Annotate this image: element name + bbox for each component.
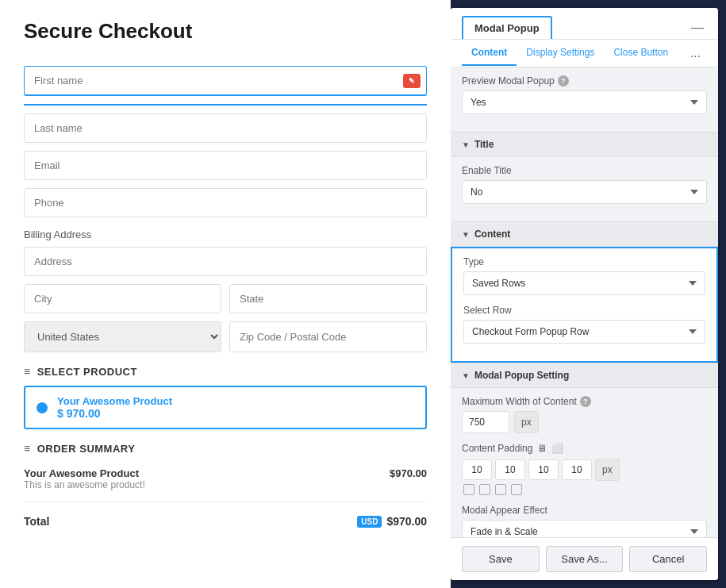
padding-row: px xyxy=(462,459,707,481)
device-icons: 🖥 ⬜ xyxy=(537,443,563,454)
preview-row: Preview Modal Popup ? Yes No xyxy=(462,75,707,114)
billing-label: Billing Address xyxy=(24,229,427,240)
panel-footer: Save Save As... Cancel xyxy=(451,537,718,580)
select-row-label: Select Row xyxy=(463,305,705,316)
state-input[interactable] xyxy=(229,284,427,313)
padding-px-label: px xyxy=(595,459,620,481)
content-padding-label: Content Padding 🖥 ⬜ xyxy=(462,443,707,454)
close-button[interactable]: × xyxy=(708,6,716,23)
content-section-collapsible[interactable]: ▼ Content xyxy=(451,221,718,247)
padding-right-input[interactable] xyxy=(495,459,525,480)
enable-title-row: Enable Title No Yes xyxy=(462,165,707,204)
email-input[interactable] xyxy=(24,151,427,180)
type-row: Type Saved Rows Text Widget xyxy=(463,256,705,295)
padding-left-input[interactable] xyxy=(562,459,592,480)
country-select[interactable]: United States xyxy=(24,321,221,352)
order-summary-row: Your Awesome Product This is an awesome … xyxy=(24,463,427,495)
panel-body: Preview Modal Popup ? Yes No ▼ Title Ena… xyxy=(451,67,718,537)
max-width-label: Maximum Width of Content ? xyxy=(462,396,707,407)
edit-icon: ✎ xyxy=(403,74,421,88)
left-panel: Secure Checkout ✎ Billing Address United… xyxy=(0,0,451,588)
tab-close-button[interactable]: Close Button xyxy=(604,40,678,66)
padding-top-input[interactable] xyxy=(462,459,492,480)
list-icon: ≡ xyxy=(24,365,31,378)
preview-label: Preview Modal Popup ? xyxy=(462,75,707,86)
save-as-button[interactable]: Save As... xyxy=(546,546,624,572)
total-label: Total xyxy=(24,515,49,528)
save-button[interactable]: Save xyxy=(462,546,540,572)
minimize-button[interactable]: — xyxy=(688,17,707,38)
order-product-price: $970.00 xyxy=(332,463,427,495)
panel-header: Modal Popup — xyxy=(451,8,718,40)
content-padding-row: Content Padding 🖥 ⬜ px xyxy=(462,443,707,495)
padding-bottom-input[interactable] xyxy=(528,459,559,480)
tablet-icon[interactable]: ⬜ xyxy=(551,443,563,454)
country-zip-row: United States xyxy=(24,321,427,352)
max-width-input[interactable] xyxy=(462,411,509,433)
product-item[interactable]: Your Awesome Product $ 970.00 xyxy=(24,386,427,429)
app-wrapper: × Secure Checkout ✎ Billing Address Unit… xyxy=(0,0,726,588)
first-name-input[interactable] xyxy=(24,66,427,96)
modal-appear-row: Modal Appear Effect Fade in & Scale Fade… xyxy=(462,505,707,537)
title-section-header[interactable]: ▼ Title xyxy=(451,132,718,157)
cancel-button[interactable]: Cancel xyxy=(629,546,707,572)
title-settings: Enable Title No Yes xyxy=(451,157,718,221)
width-input-row: px xyxy=(462,411,707,433)
desktop-icon[interactable]: 🖥 xyxy=(537,443,547,454)
product-info: Your Awesome Product $ 970.00 xyxy=(57,395,172,420)
first-name-wrapper: ✎ xyxy=(24,66,427,96)
preview-help-icon: ? xyxy=(558,75,569,86)
modal-appear-label: Modal Appear Effect xyxy=(462,505,707,516)
px-unit-label: px xyxy=(514,411,539,433)
preview-select[interactable]: Yes No xyxy=(462,90,707,114)
last-name-input[interactable] xyxy=(24,113,427,143)
city-state-row xyxy=(24,284,427,313)
order-summary-header: ≡ ORDER SUMMARY xyxy=(24,442,427,455)
type-select[interactable]: Saved Rows Text Widget xyxy=(463,271,705,295)
right-panel: Modal Popup — Content Display Settings C… xyxy=(451,8,718,580)
max-width-help-icon: ? xyxy=(580,396,591,407)
type-label: Type xyxy=(463,256,705,267)
enable-title-label: Enable Title xyxy=(462,165,707,176)
collapse-arrow-content: ▼ xyxy=(462,230,470,239)
padding-link-icon-4 xyxy=(511,484,522,495)
zip-input[interactable] xyxy=(229,321,427,352)
total-row: Total USD $970.00 xyxy=(24,509,427,534)
total-amount: $970.00 xyxy=(386,515,427,528)
product-price: $ 970.00 xyxy=(57,407,172,420)
currency-badge: USD xyxy=(357,516,382,528)
tab-display-settings[interactable]: Display Settings xyxy=(517,40,604,66)
order-summary-table: Your Awesome Product This is an awesome … xyxy=(24,463,427,495)
tab-more-button[interactable]: ... xyxy=(684,40,707,67)
phone-input[interactable] xyxy=(24,188,427,217)
select-product-header: ≡ SELECT PRODUCT xyxy=(24,365,427,378)
product-radio[interactable] xyxy=(36,402,48,413)
modal-settings-section: Maximum Width of Content ? px Content Pa… xyxy=(451,388,718,537)
modal-setting-header[interactable]: ▼ Modal Popup Setting xyxy=(451,363,718,388)
select-row-select[interactable]: Checkout Form Popup Row xyxy=(463,320,705,344)
collapse-arrow-modal: ▼ xyxy=(462,371,470,380)
total-price: USD $970.00 xyxy=(357,515,427,528)
address-input[interactable] xyxy=(24,247,427,276)
tabs-row: Content Display Settings Close Button ..… xyxy=(451,40,718,67)
product-name: Your Awesome Product xyxy=(57,395,172,407)
order-product-title: Your Awesome Product xyxy=(24,467,332,479)
city-input[interactable] xyxy=(24,284,221,313)
enable-title-select[interactable]: No Yes xyxy=(462,180,707,204)
page-title: Secure Checkout xyxy=(24,19,427,44)
order-product-desc: This is an awesome product! xyxy=(24,479,332,490)
select-row-row: Select Row Checkout Form Popup Row xyxy=(463,305,705,344)
list-icon-2: ≡ xyxy=(24,442,31,455)
modal-appear-select[interactable]: Fade in & Scale Fade In Slide from Top S… xyxy=(462,520,707,537)
content-section-box: Type Saved Rows Text Widget Select Row C… xyxy=(451,247,718,363)
padding-link-icon-3 xyxy=(495,484,506,495)
collapse-arrow-title: ▼ xyxy=(462,140,470,149)
order-divider xyxy=(24,502,427,502)
max-width-row: Maximum Width of Content ? px xyxy=(462,396,707,433)
padding-link-icon-1 xyxy=(463,484,474,495)
input-underline xyxy=(24,104,427,106)
preview-section: Preview Modal Popup ? Yes No xyxy=(451,67,718,132)
tab-content[interactable]: Content xyxy=(462,40,517,66)
modal-popup-tab[interactable]: Modal Popup xyxy=(462,16,552,39)
padding-link-icon-2 xyxy=(479,484,490,495)
